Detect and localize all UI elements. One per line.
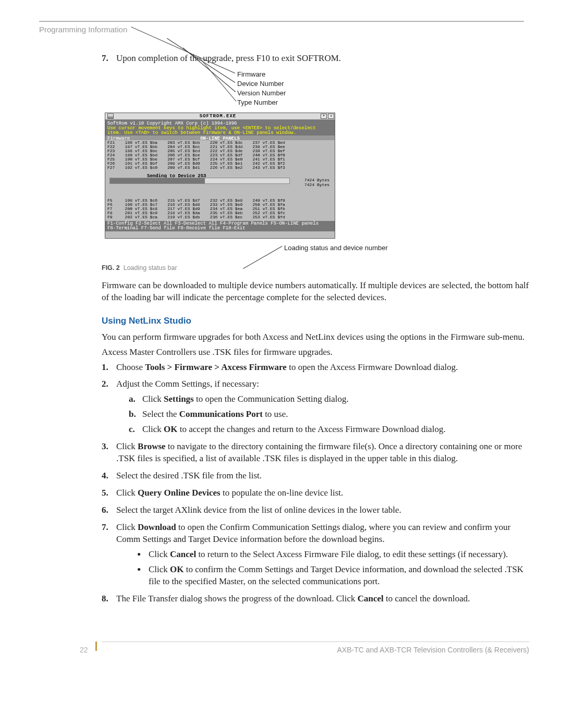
step-number: 7. bbox=[102, 53, 108, 65]
footer-accent bbox=[95, 641, 102, 651]
paragraph: You can perform firmware upgrades for bo… bbox=[102, 331, 529, 343]
step-7b: 7. Click Download to open the Confirm Co… bbox=[102, 522, 529, 588]
step-text: Upon completion of the upgrade, press F1… bbox=[116, 53, 341, 63]
fnkeys-line-2: F6-Terminal F7-Send file F8-Receive file… bbox=[107, 226, 333, 231]
progress-bar bbox=[109, 178, 290, 184]
step-3: 3. Click Browse to navigate to the direc… bbox=[102, 441, 529, 465]
figure-caption: FIG. 2 Loading status bar bbox=[102, 264, 529, 273]
paragraph: Firmware can be downloaded to multiple d… bbox=[102, 280, 529, 304]
callout-version-number: Version Number bbox=[237, 89, 286, 98]
window-title: SOFTROM.EXE bbox=[116, 113, 320, 119]
heading-netlinx-studio: Using NetLinx Studio bbox=[102, 315, 529, 327]
panel-data-bottom: F5 198 vT.ES $c6 215 vT.ES $d7 232 vT.ES… bbox=[105, 198, 335, 221]
callout-device-number: Device Number bbox=[237, 79, 284, 89]
body-content: 7. Upon completion of the upgrade, press… bbox=[102, 53, 529, 655]
step-5: 5. Click Query Online Devices to populat… bbox=[102, 487, 529, 499]
online-panels-label: ON-LINE PANELS bbox=[200, 135, 240, 142]
step-2c: c.Click OK to accept the changes and ret… bbox=[129, 424, 529, 436]
function-key-bar: F1-Config F2-Select All F3-Deselect All … bbox=[105, 221, 335, 231]
help-bar: Use cursor movement keys to highlight it… bbox=[105, 126, 335, 135]
step-4: 4. Select the desired .TSK file from the… bbox=[102, 470, 529, 482]
paragraph: Axcess Master Controllers use .TSK files… bbox=[102, 347, 529, 359]
step-6: 6. Select the target AXlink device from … bbox=[102, 504, 529, 516]
section-header: Programming Information bbox=[39, 25, 524, 34]
callout-type-number: Type Number bbox=[237, 98, 278, 107]
page: Programming Information 7. Upon completi… bbox=[0, 0, 563, 681]
maximize-button[interactable]: ▴ bbox=[328, 114, 334, 119]
footer-text: AXB-TC and AXB-TCR Television Controller… bbox=[102, 645, 529, 655]
caption-prefix: FIG. 2 bbox=[102, 264, 120, 272]
byte-count: 7424 Bytes 7424 Bytes bbox=[304, 178, 329, 187]
figure-2: Firmware Device Number Version Number Ty… bbox=[102, 70, 529, 258]
caption-text: Loading status bar bbox=[124, 264, 177, 272]
callout-firmware: Firmware bbox=[237, 70, 265, 79]
step-1: 1. Choose Tools > Firmware > Axcess Firm… bbox=[102, 362, 529, 374]
step-2b: b.Select the Communications Port to use. bbox=[129, 409, 529, 421]
progress-fill bbox=[110, 178, 205, 183]
step-2a: a.Click Settings to open the Communicati… bbox=[129, 393, 529, 405]
system-menu-icon[interactable] bbox=[107, 114, 114, 119]
callout-loading-status: Loading status and device number bbox=[284, 243, 388, 253]
header-rule bbox=[39, 21, 524, 22]
step-7: 7. Upon completion of the upgrade, press… bbox=[102, 53, 529, 65]
panel-header-bar: Firmware ON-LINE PANELS bbox=[105, 135, 335, 140]
bullet-ok: Click OK to confirm the Comm Settings an… bbox=[137, 564, 529, 588]
softrom-window: SOFTROM.EXE ▾ ▴ SoftRom v1.10 Copyright … bbox=[105, 113, 335, 239]
page-footer: 22 AXB-TC and AXB-TCR Television Control… bbox=[102, 641, 529, 655]
minimize-button[interactable]: ▾ bbox=[321, 114, 327, 119]
panel-data-top: F21 186 vT.ES $ba 203 vT.ES $cb 220 vT.E… bbox=[105, 140, 335, 173]
firmware-column-label: Firmware bbox=[107, 136, 130, 141]
figure-callouts: Firmware Device Number Version Number Ty… bbox=[237, 70, 404, 110]
step-2: 2. Adjust the Comm Settings, if necessar… bbox=[102, 378, 529, 436]
sending-panel: Sending to Device 253 7424 Bytes 7424 By… bbox=[105, 173, 335, 198]
step-8: 8. The File Transfer dialog shows the pr… bbox=[102, 593, 529, 605]
title-bar: SOFTROM.EXE ▾ ▴ bbox=[105, 113, 335, 120]
page-number: 22 bbox=[80, 645, 88, 655]
bullet-cancel: Click Cancel to return to the Select Axc… bbox=[137, 549, 529, 561]
